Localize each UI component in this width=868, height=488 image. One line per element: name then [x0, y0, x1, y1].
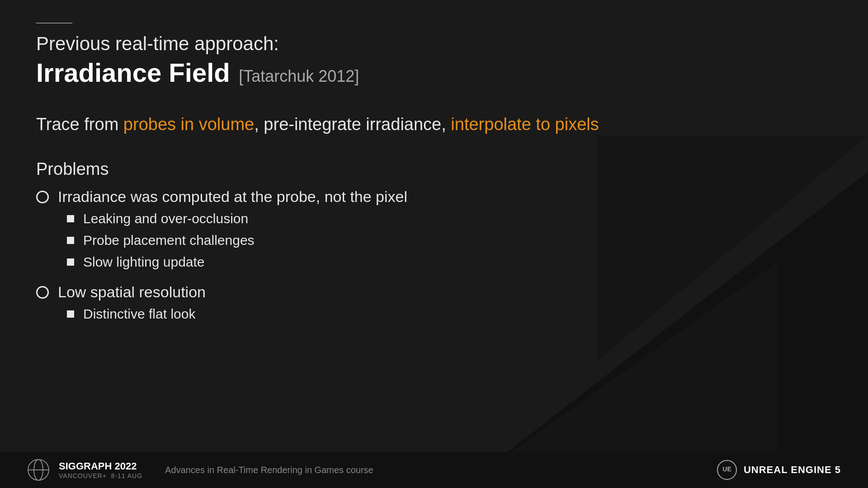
sub-bullets-list: Distinctive flat look [58, 306, 206, 322]
problems-heading: Problems [36, 160, 832, 179]
slide-subtitle: Previous real-time approach: [36, 33, 832, 55]
list-item-content: Irradiance was computed at the probe, no… [58, 188, 407, 276]
list-item: Distinctive flat look [67, 306, 206, 322]
sub-item-label: Distinctive flat look [83, 306, 195, 322]
footer-course-text: Advances in Real-Time Rendering in Games… [165, 465, 373, 475]
ue5-logo-icon: UE [717, 460, 737, 480]
svg-text:UE: UE [722, 465, 731, 473]
footer-left: SIGGRAPH 2022 VANCOUVER+ 8-11 AUG Advanc… [27, 459, 373, 481]
slide-title: Irradiance Field [36, 58, 230, 87]
trace-middle: , pre-integrate irradiance, [254, 115, 451, 134]
title-row: Irradiance Field [Tatarchuk 2012] [36, 57, 832, 88]
siggraph-logo-icon [27, 459, 50, 481]
square-bullet-icon [67, 258, 74, 266]
square-bullet-icon [67, 237, 74, 244]
circle-bullet-icon [36, 286, 49, 299]
circle-bullet-icon [36, 191, 49, 203]
slide-reference: [Tatarchuk 2012] [239, 67, 359, 85]
siggraph-event-details: VANCOUVER+ 8-11 AUG [59, 472, 142, 479]
siggraph-event-title: SIGGRAPH 2022 [59, 460, 142, 472]
list-item: Leaking and over-occlusion [67, 211, 407, 226]
footer-right: UE UNREAL ENGINE 5 [717, 460, 841, 480]
trace-highlight-2: interpolate to pixels [451, 115, 599, 134]
problems-section: Problems Irradiance was computed at the … [36, 160, 832, 328]
problems-list: Irradiance was computed at the probe, no… [36, 188, 832, 328]
trace-highlight-1: probes in volume [123, 115, 254, 134]
footer: SIGGRAPH 2022 VANCOUVER+ 8-11 AUG Advanc… [0, 452, 868, 488]
list-item: Low spatial resolution Distinctive flat … [36, 283, 832, 328]
top-decorative-line [36, 23, 72, 23]
list-item-content: Low spatial resolution Distinctive flat … [58, 283, 206, 328]
trace-prefix: Trace from [36, 115, 123, 134]
siggraph-text: SIGGRAPH 2022 VANCOUVER+ 8-11 AUG [59, 460, 142, 479]
ue5-label: UNREAL ENGINE 5 [744, 464, 841, 476]
trace-description: Trace from probes in volume, pre-integra… [36, 113, 832, 136]
list-item-label: Irradiance was computed at the probe, no… [58, 188, 407, 205]
list-item: Probe placement challenges [67, 233, 407, 248]
square-bullet-icon [67, 310, 74, 318]
sub-bullets-list: Leaking and over-occlusion Probe placeme… [58, 211, 407, 270]
sub-item-label: Slow lighting update [83, 254, 205, 270]
sub-item-label: Probe placement challenges [83, 233, 255, 248]
list-item-label: Low spatial resolution [58, 283, 206, 300]
list-item: Irradiance was computed at the probe, no… [36, 188, 832, 276]
main-content: Previous real-time approach: Irradiance … [0, 0, 868, 328]
list-item: Slow lighting update [67, 254, 407, 270]
square-bullet-icon [67, 215, 74, 222]
sub-item-label: Leaking and over-occlusion [83, 211, 248, 226]
